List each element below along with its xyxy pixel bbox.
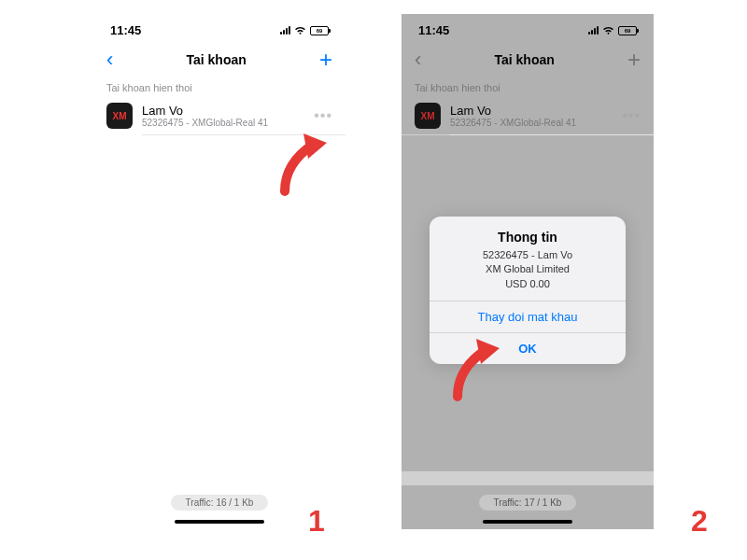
nav-bar: ‹ Tai khoan + — [93, 41, 345, 78]
home-indicator[interactable] — [175, 520, 264, 524]
signal-icon — [280, 26, 290, 35]
dialog-overlay: Thong tin 52326475 - Lam Vo XM Global Li… — [402, 14, 654, 529]
add-button[interactable]: + — [319, 47, 332, 73]
xm-app-icon: XM — [106, 103, 133, 129]
account-info: Lam Vo 52326475 - XMGlobal-Real 41 — [142, 104, 314, 128]
step-label-2: 2 — [691, 504, 708, 539]
tutorial-arrow-icon — [271, 126, 336, 201]
account-name: Lam Vo — [142, 104, 314, 118]
tutorial-arrow-icon — [444, 331, 509, 406]
dialog-title: Thong tin — [441, 230, 614, 245]
nav-title: Tai khoan — [187, 52, 247, 67]
section-header: Tai khoan hien thoi — [93, 78, 345, 97]
dialog-broker-line: XM Global Limited — [441, 262, 614, 276]
phone-screenshot-2: 11:45 69 ‹ Tai khoan + Tai khoan hien th… — [402, 14, 654, 529]
status-time: 11:45 — [110, 23, 141, 37]
traffic-indicator: Traffic: 16 / 1 Kb — [171, 495, 269, 511]
phone-screenshot-1: 11:45 69 ‹ Tai khoan + Tai khoan hien th… — [93, 14, 345, 529]
change-password-button[interactable]: Thay doi mat khau — [430, 301, 626, 332]
dialog-body: Thong tin 52326475 - Lam Vo XM Global Li… — [430, 217, 626, 301]
dialog-account-line: 52326475 - Lam Vo — [441, 248, 614, 262]
status-bar: 11:45 69 — [93, 14, 345, 41]
battery-icon: 69 — [310, 26, 329, 35]
step-label-1: 1 — [308, 504, 325, 539]
wifi-icon — [294, 26, 306, 35]
more-button[interactable]: ••• — [314, 107, 332, 124]
dialog-balance-line: USD 0.00 — [441, 277, 614, 291]
back-button[interactable]: ‹ — [106, 48, 113, 72]
status-icons: 69 — [280, 26, 329, 35]
